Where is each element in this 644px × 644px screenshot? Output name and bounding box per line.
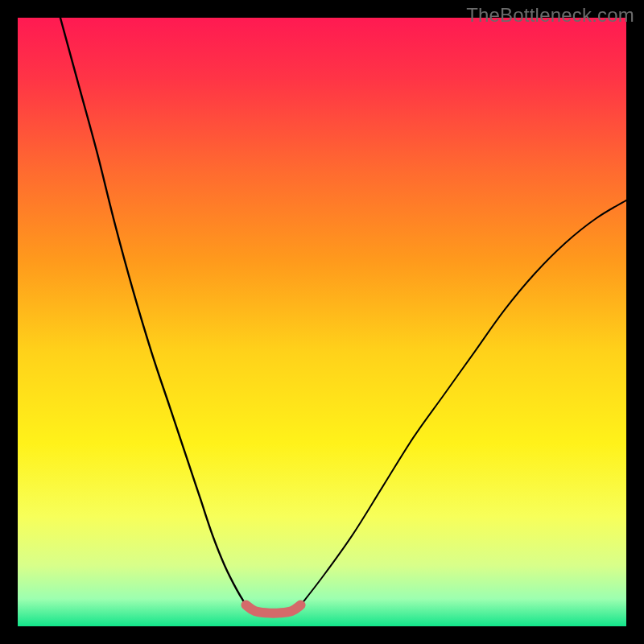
curve-layer <box>18 18 626 626</box>
plot-area <box>18 18 626 626</box>
curve-trough-highlight <box>246 605 301 613</box>
chart-stage: TheBottleneck.com <box>0 0 644 644</box>
watermark-text: TheBottleneck.com <box>466 4 634 27</box>
curve-right-branch <box>301 200 626 605</box>
curve-left-branch <box>60 18 246 605</box>
